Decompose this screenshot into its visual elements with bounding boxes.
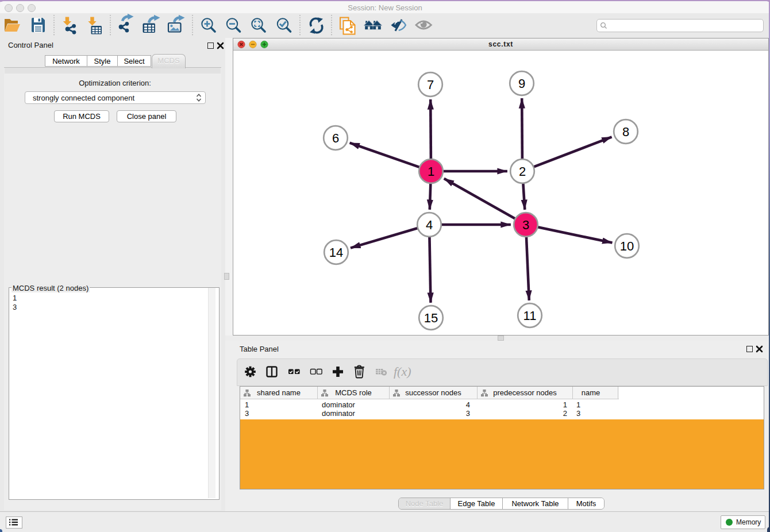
svg-text:6: 6 (332, 131, 339, 145)
svg-text:9: 9 (518, 76, 525, 91)
svg-text:2: 2 (519, 164, 526, 179)
svg-text:1: 1 (428, 164, 434, 179)
svg-text:3: 3 (522, 218, 529, 232)
svg-text:7: 7 (427, 78, 434, 92)
svg-text:4: 4 (426, 218, 433, 232)
svg-text:10: 10 (620, 239, 634, 253)
svg-text:11: 11 (523, 309, 537, 323)
svg-text:8: 8 (622, 125, 629, 139)
svg-text:f(x): f(x) (394, 364, 411, 379)
svg-text:15: 15 (424, 311, 438, 325)
svg-text:14: 14 (329, 245, 343, 260)
